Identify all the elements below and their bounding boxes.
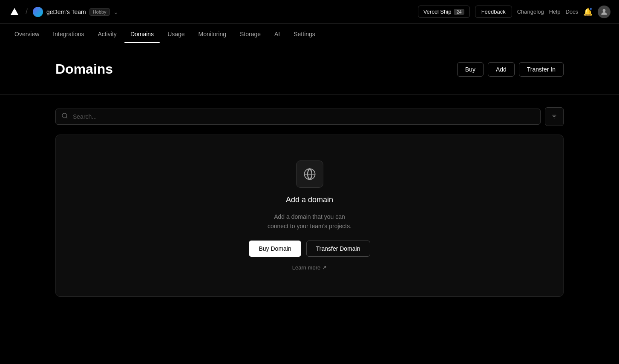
notifications-button[interactable]: 🔔: [583, 7, 593, 17]
team-plan-badge: Hobby: [89, 8, 110, 16]
search-input[interactable]: [55, 109, 541, 125]
nav-storage[interactable]: Storage: [234, 26, 267, 43]
learn-more-label: Learn more: [292, 264, 320, 271]
topbar-right: Vercel Ship 24 Feedback Changelog Help D…: [418, 6, 610, 18]
buy-domain-button[interactable]: Buy Domain: [249, 241, 301, 257]
filter-button[interactable]: [545, 107, 564, 126]
page-header-actions: Buy Add Transfer In: [457, 62, 564, 77]
empty-state-description: Add a domain that you can connect to you…: [268, 212, 351, 231]
search-bar: [55, 107, 564, 126]
user-avatar[interactable]: [598, 6, 610, 18]
main-content: Add a domain Add a domain that you can c…: [0, 95, 619, 310]
add-button[interactable]: Add: [488, 62, 515, 77]
empty-state-title: Add a domain: [286, 195, 333, 204]
team-avatar: [33, 7, 43, 17]
team-selector[interactable]: geDem's Team Hobby ⌄: [33, 7, 118, 17]
learn-more-link[interactable]: Learn more ↗: [292, 264, 327, 271]
nav-usage[interactable]: Usage: [161, 26, 190, 43]
vercel-ship-label: Vercel Ship: [423, 9, 452, 15]
search-input-wrapper: [55, 109, 541, 125]
feedback-button[interactable]: Feedback: [475, 6, 512, 18]
transfer-in-button[interactable]: Transfer In: [519, 62, 564, 77]
page-title: Domains: [55, 61, 113, 77]
external-link-icon: ↗: [322, 264, 327, 271]
nav-domains[interactable]: Domains: [124, 26, 160, 43]
nav-integrations[interactable]: Integrations: [47, 26, 90, 43]
svg-point-0: [603, 9, 606, 12]
nav-monitoring[interactable]: Monitoring: [193, 26, 232, 43]
svg-point-1: [62, 113, 67, 118]
vercel-logo[interactable]: [9, 6, 20, 18]
nav-overview[interactable]: Overview: [9, 26, 45, 43]
team-chevron-icon: ⌄: [113, 9, 118, 15]
empty-state-card: Add a domain Add a domain that you can c…: [55, 135, 564, 297]
globe-icon: [303, 168, 316, 181]
transfer-domain-button[interactable]: Transfer Domain: [306, 241, 370, 257]
team-name: geDem's Team: [46, 9, 86, 15]
vercel-ship-count: 24: [454, 9, 464, 15]
help-link[interactable]: Help: [549, 9, 561, 15]
vercel-ship-button[interactable]: Vercel Ship 24: [418, 6, 470, 18]
search-icon: [61, 112, 68, 121]
changelog-link[interactable]: Changelog: [517, 9, 544, 15]
globe-icon-wrapper: [296, 161, 323, 188]
empty-state-actions: Buy Domain Transfer Domain: [249, 241, 370, 257]
subnav: Overview Integrations Activity Domains U…: [0, 24, 619, 44]
topbar: / geDem's Team Hobby ⌄ Vercel Ship 24 Fe…: [0, 0, 619, 24]
notification-dot: [589, 7, 593, 11]
docs-link[interactable]: Docs: [565, 9, 578, 15]
nav-settings[interactable]: Settings: [288, 26, 321, 43]
page-header: Domains Buy Add Transfer In: [0, 44, 619, 95]
nav-ai[interactable]: AI: [268, 26, 286, 43]
filter-icon: [551, 113, 557, 120]
buy-button[interactable]: Buy: [457, 62, 484, 77]
nav-activity[interactable]: Activity: [92, 26, 123, 43]
topbar-slash: /: [26, 7, 28, 16]
